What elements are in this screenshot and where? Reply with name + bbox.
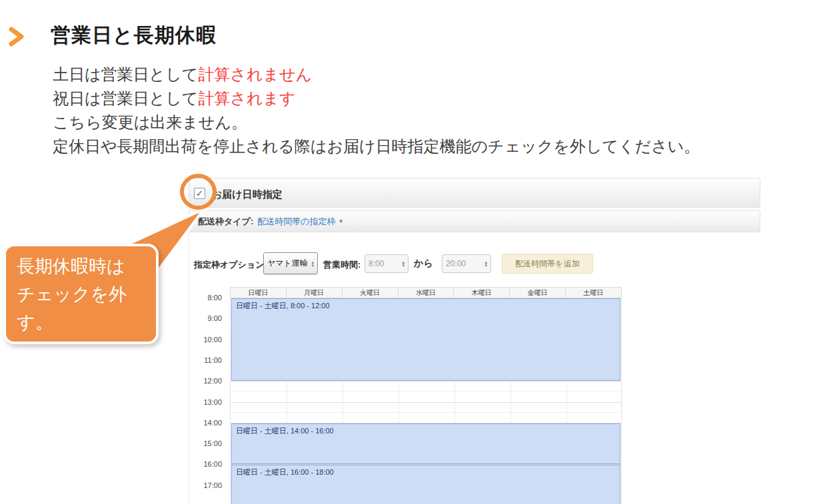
time-label: 15:00 bbox=[203, 439, 222, 447]
day-header-cell: 月曜日 bbox=[287, 288, 343, 298]
intro-line-2-text: 祝日は営業日として bbox=[53, 89, 198, 107]
carrier-select[interactable]: ヤマト運輸 ▴▾ bbox=[263, 252, 318, 274]
time-label: 14:00 bbox=[203, 419, 222, 427]
page: 営業日と長期休暇 土日は営業日として計算されません 祝日は営業日として計算されま… bbox=[0, 0, 813, 504]
calendar-event[interactable]: 日曜日 - 土曜日, 16:00 - 18:00 bbox=[231, 465, 620, 504]
intro-line-1-red-text: 計算されません bbox=[198, 65, 312, 83]
page-title: 営業日と長期休暇 bbox=[51, 22, 217, 49]
intro-line-4-text: 定休日や長期間出荷を停止される際はお届け日時指定機能のチェックを外してください。 bbox=[53, 137, 700, 155]
intro-line-3-text: こちら変更は出来ません。 bbox=[53, 113, 247, 131]
slot-type-label: 配送枠タイプ: bbox=[198, 216, 253, 228]
spinner-arrows-icon: ▴▾ bbox=[402, 260, 405, 267]
slot-type-caret-icon: ▼ bbox=[339, 218, 344, 224]
callout-text-line-2: チェックを外す。 bbox=[17, 280, 156, 336]
day-header-cell: 木曜日 bbox=[454, 288, 510, 298]
spinner-arrows-icon: ▴▾ bbox=[484, 260, 487, 267]
section-chevron-icon bbox=[8, 27, 25, 47]
business-hours-label: 営業時間: bbox=[323, 259, 361, 271]
time-label: 8:00 bbox=[208, 294, 222, 302]
add-time-slot-button[interactable]: 配送時間帯を追加 bbox=[502, 254, 593, 274]
intro-line-1: 土日は営業日として計算されません bbox=[53, 63, 700, 87]
calendar-time-gutter: 8:009:0010:0011:0012:0013:0014:0015:0016… bbox=[185, 298, 222, 504]
time-label: 10:00 bbox=[203, 336, 222, 344]
carrier-select-value: ヤマト運輸 bbox=[267, 258, 308, 269]
intro-paragraph: 土日は営業日として計算されません 祝日は営業日として計算されます こちら変更は出… bbox=[53, 63, 700, 158]
time-label: 13:00 bbox=[203, 398, 222, 406]
calendar-event[interactable]: 日曜日 - 土曜日, 14:00 - 16:00 bbox=[231, 423, 620, 465]
annotation-circle bbox=[180, 174, 217, 210]
kara-label: から bbox=[414, 258, 433, 270]
delivery-datetime-label: お届け日時指定 bbox=[212, 188, 283, 201]
day-header-cell: 水曜日 bbox=[399, 288, 454, 298]
hours-from-value: 8:00 bbox=[369, 259, 384, 268]
callout-text-line-1: 長期休暇時は bbox=[17, 252, 156, 280]
grid-hour-line bbox=[231, 381, 621, 381]
calendar-grid: 日曜日 - 土曜日, 8:00 - 12:00日曜日 - 土曜日, 14:00 … bbox=[230, 298, 622, 504]
day-header-cell: 土曜日 bbox=[566, 288, 621, 298]
hours-to-select[interactable]: 20:00 ▴▾ bbox=[442, 254, 491, 273]
slot-type-value-link[interactable]: 配送時間帯の指定枠 bbox=[257, 216, 335, 228]
intro-line-1-text: 土日は営業日として bbox=[53, 65, 198, 83]
grid-half-hour-line bbox=[231, 412, 621, 413]
hours-to-value: 20:00 bbox=[446, 259, 466, 268]
time-label: 11:00 bbox=[204, 356, 222, 364]
time-label: 12:00 bbox=[203, 377, 222, 385]
slot-options-label: 指定枠オプション: bbox=[194, 259, 267, 271]
intro-line-4: 定休日や長期間出荷を停止される際はお届け日時指定機能のチェックを外してください。 bbox=[53, 134, 700, 158]
callout-bubble: 長期休暇時は チェックを外す。 bbox=[3, 244, 159, 344]
calendar-event[interactable]: 日曜日 - 土曜日, 8:00 - 12:00 bbox=[231, 298, 620, 381]
day-header-cell: 火曜日 bbox=[343, 288, 399, 298]
calendar-day-header: 日曜日月曜日火曜日水曜日木曜日金曜日土曜日 bbox=[230, 287, 622, 298]
slot-type-row: 配送枠タイプ: 配送時間帯の指定枠 ▼ bbox=[198, 210, 343, 232]
time-label: 9:00 bbox=[208, 314, 222, 322]
intro-line-3: こちら変更は出来ません。 bbox=[53, 111, 700, 134]
intro-line-2: 祝日は営業日として計算されます bbox=[53, 87, 700, 111]
day-header-cell: 金曜日 bbox=[510, 288, 566, 298]
intro-line-2-red-text: 計算されます bbox=[198, 89, 295, 107]
spinner-arrows-icon: ▴▾ bbox=[311, 260, 314, 267]
time-label: 17:00 bbox=[203, 481, 222, 489]
time-label: 16:00 bbox=[203, 460, 222, 468]
grid-half-hour-line bbox=[231, 391, 621, 392]
day-header-cell: 日曜日 bbox=[231, 288, 287, 298]
grid-hour-line bbox=[231, 402, 621, 403]
hours-from-select[interactable]: 8:00 ▴▾ bbox=[365, 254, 408, 273]
